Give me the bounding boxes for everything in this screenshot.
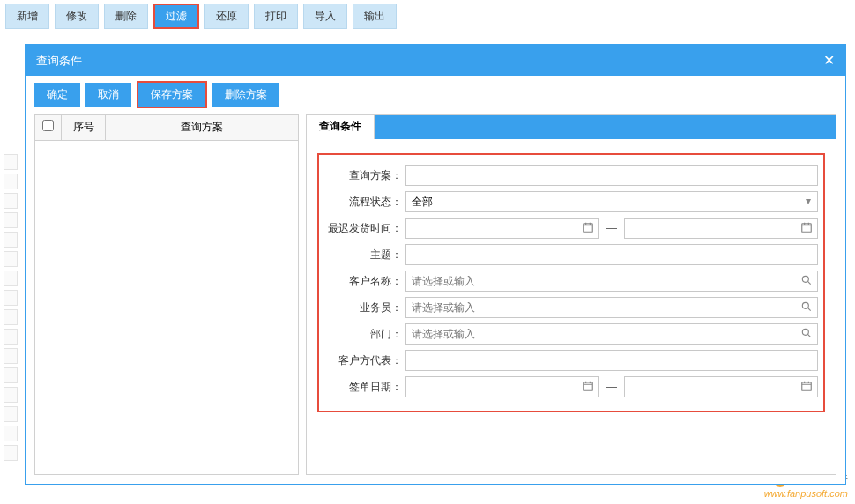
svg-rect-1 — [802, 224, 812, 232]
calendar-icon[interactable] — [800, 380, 813, 395]
modal-title: 查询条件 — [36, 53, 82, 69]
scheme-table-header: 序号 查询方案 — [35, 115, 298, 141]
cancel-button[interactable]: 取消 — [86, 83, 131, 107]
salesman-input[interactable] — [405, 297, 818, 318]
latest-ship-label: 最迟发货时间： — [324, 221, 405, 236]
query-modal: 查询条件 ✕ 确定 取消 保存方案 删除方案 序号 查询方案 查询条件 — [25, 44, 846, 485]
dept-label: 部门： — [324, 327, 405, 342]
subject-label: 主题： — [324, 248, 405, 263]
subject-input[interactable] — [405, 244, 818, 265]
svg-point-4 — [802, 329, 808, 335]
svg-point-3 — [802, 302, 808, 308]
modal-header: 查询条件 ✕ — [26, 45, 845, 76]
range-dash: — — [603, 222, 621, 234]
status-select[interactable] — [405, 191, 818, 212]
calendar-icon[interactable] — [582, 221, 594, 236]
header-no: 序号 — [62, 115, 106, 140]
calendar-icon[interactable] — [800, 221, 813, 236]
search-icon[interactable] — [800, 327, 813, 342]
sign-date-label: 签单日期： — [324, 380, 405, 395]
cust-rep-label: 客户方代表： — [324, 353, 405, 368]
filter-button[interactable]: 过滤 — [155, 5, 197, 27]
edit-button[interactable]: 修改 — [55, 4, 99, 29]
range-dash: — — [603, 381, 621, 393]
add-button[interactable]: 新增 — [5, 4, 49, 29]
search-icon[interactable] — [800, 274, 813, 289]
sign-date-from-input[interactable] — [405, 376, 599, 397]
export-button[interactable]: 输出 — [353, 4, 397, 29]
print-button[interactable]: 打印 — [254, 4, 298, 29]
restore-button[interactable]: 还原 — [204, 4, 249, 29]
svg-rect-5 — [584, 382, 593, 390]
delete-button[interactable]: 删除 — [104, 4, 148, 29]
latest-ship-from-input[interactable] — [405, 218, 599, 239]
header-scheme: 查询方案 — [106, 115, 298, 140]
scheme-label: 查询方案： — [324, 168, 405, 183]
save-scheme-highlight: 保存方案 — [137, 81, 207, 108]
search-icon[interactable] — [800, 300, 813, 315]
sign-date-to-input[interactable] — [624, 376, 818, 397]
brand-url: www.fanpusoft.com — [764, 488, 848, 499]
close-icon[interactable]: ✕ — [823, 52, 835, 69]
header-checkbox-cell — [35, 115, 62, 140]
status-label: 流程状态： — [324, 195, 405, 210]
main-toolbar: 新增 修改 删除 过滤 还原 打印 导入 输出 — [0, 0, 855, 33]
modal-toolbar: 确定 取消 保存方案 删除方案 — [26, 76, 845, 114]
svg-rect-0 — [584, 224, 593, 232]
customer-input[interactable] — [405, 271, 818, 292]
filter-highlight: 过滤 — [153, 4, 199, 29]
cust-rep-input[interactable] — [405, 350, 818, 371]
salesman-label: 业务员： — [324, 300, 405, 315]
tab-query-conditions[interactable]: 查询条件 — [307, 115, 375, 139]
svg-point-2 — [802, 276, 808, 282]
modal-body: 序号 查询方案 查询条件 查询方案： — [26, 114, 845, 484]
latest-ship-to-input[interactable] — [624, 218, 818, 239]
scheme-table: 序号 查询方案 — [34, 114, 299, 475]
scheme-table-body — [35, 141, 298, 474]
form-wrap: 查询方案： 流程状态： — [307, 139, 836, 474]
customer-label: 客户名称： — [324, 274, 405, 289]
dept-input[interactable] — [405, 323, 818, 345]
select-all-checkbox[interactable] — [42, 120, 54, 131]
form-highlight-box: 查询方案： 流程状态： — [317, 153, 825, 412]
ok-button[interactable]: 确定 — [34, 83, 80, 107]
import-button[interactable]: 导入 — [303, 4, 347, 29]
tab-bar: 查询条件 — [307, 115, 836, 139]
save-scheme-button[interactable]: 保存方案 — [138, 83, 205, 107]
svg-rect-6 — [802, 382, 812, 390]
background-list-hints — [4, 154, 18, 464]
scheme-input[interactable] — [405, 165, 818, 186]
delete-scheme-button[interactable]: 删除方案 — [212, 83, 279, 107]
query-form-panel: 查询条件 查询方案： 流程状态： — [306, 114, 836, 475]
calendar-icon[interactable] — [582, 380, 594, 395]
